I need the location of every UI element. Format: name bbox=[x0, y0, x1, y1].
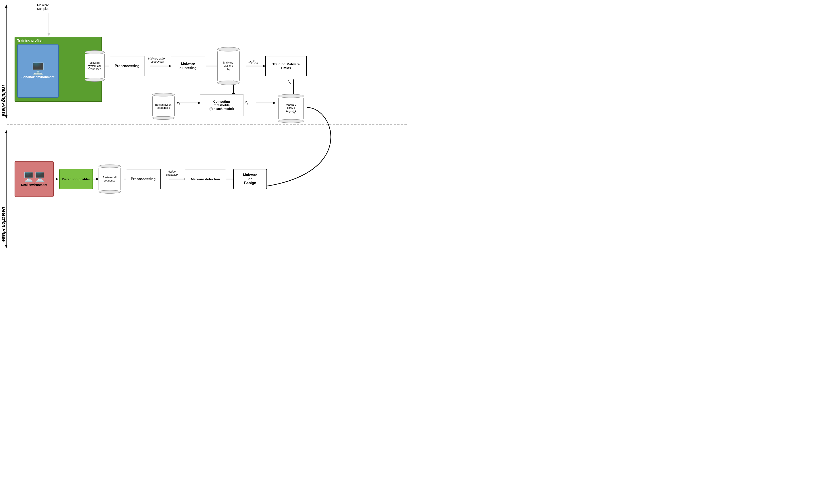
benign-action-cylinder: Benign action sequences bbox=[150, 93, 176, 120]
training-preprocessing-box: Preprocessing bbox=[110, 56, 144, 76]
malware-action-seq-label: Malware action sequences bbox=[146, 57, 168, 63]
system-call-seq-cylinder: System call sequence bbox=[97, 165, 123, 193]
svg-marker-27 bbox=[273, 102, 276, 104]
computing-thresholds-box: Computing thresholds (for each model) bbox=[200, 94, 243, 116]
action-sequence-label: Action sequence bbox=[161, 170, 182, 176]
malware-or-benign-box: Malware or Benign bbox=[233, 169, 267, 189]
malware-syscall-cylinder: Malware system call sequences bbox=[83, 50, 106, 82]
svg-marker-8 bbox=[48, 33, 50, 36]
detection-profiler-box: Detection profiler bbox=[59, 169, 93, 189]
malware-samples-label: Malware Samples bbox=[37, 3, 49, 10]
computer-icons-real: 🖥️🖥️ bbox=[23, 172, 46, 182]
svg-marker-37 bbox=[56, 178, 59, 180]
malware-detection-box: Malware detection bbox=[185, 169, 226, 189]
computer-icon: 🖥️ bbox=[31, 63, 45, 74]
xci-label: {𝒳ci}ki=1 bbox=[247, 59, 258, 65]
detection-phase-label: Detection Phase bbox=[1, 132, 6, 242]
vb-label: Vb bbox=[177, 101, 180, 105]
lambda-label: λci bbox=[288, 79, 291, 84]
detection-preprocessing-box: Preprocessing bbox=[126, 169, 161, 189]
sandbox-label: Sandbox environment bbox=[21, 75, 55, 79]
svg-marker-1 bbox=[5, 4, 8, 8]
real-env-label: Real environment bbox=[21, 183, 47, 187]
training-profiler-label: Training profiler bbox=[17, 38, 43, 42]
real-environment-box: 🖥️🖥️ Real environment bbox=[14, 161, 54, 197]
malware-clustering-box: Malware clustering bbox=[171, 56, 205, 76]
sandbox-box: 🖥️ Sandbox environment bbox=[17, 44, 59, 98]
training-phase-label: Training Phase bbox=[1, 13, 6, 116]
malware-hmms-cylinder: Malware HMMs (λci, 𝒯ci) bbox=[276, 94, 306, 123]
diagram: Training Phase Detection Phase Malware S… bbox=[0, 0, 412, 252]
malware-clusters-cylinder: Malware clusters Ci bbox=[215, 47, 241, 85]
svg-marker-5 bbox=[5, 245, 8, 248]
tau-label: 𝒯ci bbox=[244, 101, 247, 105]
training-hmms-box: Training Malware HMMs bbox=[266, 56, 307, 76]
